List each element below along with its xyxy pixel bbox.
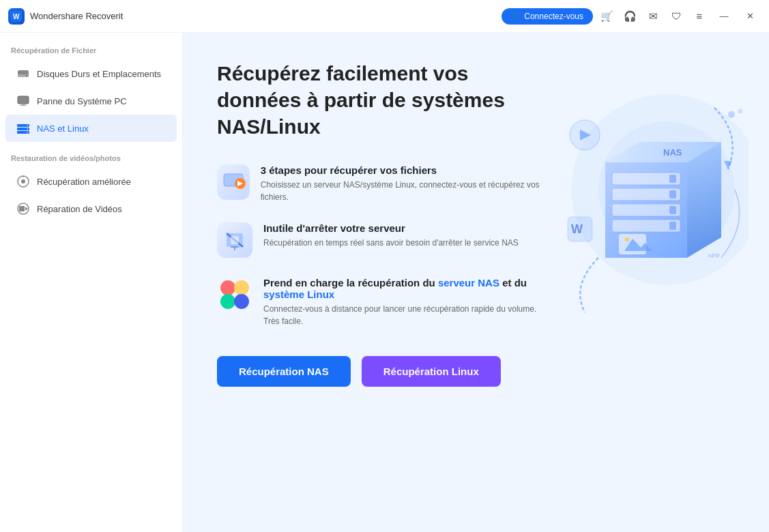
app-logo: W [8,8,25,25]
feature-text-no-stop: Inutile d'arrêter votre serveur Récupéra… [263,222,519,249]
svg-rect-48 [231,236,239,244]
minimize-button[interactable]: — [713,7,735,26]
hard-drive-icon [16,67,30,80]
feature-desc-no-stop: Récupération en temps réel sans avoir be… [263,237,519,249]
svg-rect-7 [21,104,25,105]
svg-point-13 [27,128,28,130]
sidebar: Récupération de Fichier Disques Durs et … [0,33,183,532]
feature-item-support: Prend en charge la récupération du serve… [217,277,545,327]
sidebar-item-reparation-videos[interactable]: Réparation de Vidéos [5,195,177,222]
svg-rect-27 [669,175,676,183]
svg-point-16 [21,179,25,183]
svg-rect-5 [18,96,29,104]
feature-text-support: Prend en charge la récupération du serve… [263,277,545,327]
svg-point-34 [625,237,629,241]
feature-title-support-middle: et du [502,277,527,289]
nas-icon [16,121,30,135]
feature-icon-steps [217,164,250,200]
link-linux-system[interactable]: système Linux [263,289,334,300]
svg-point-12 [27,125,28,126]
user-icon: 👤 [511,12,521,21]
close-button[interactable]: ✕ [739,7,761,26]
svg-text:NAS: NAS [663,147,682,158]
recuperation-linux-button[interactable]: Récupération Linux [362,356,501,387]
headset-icon[interactable]: 🎧 [620,7,639,26]
feature-title-support: Prend en charge la récupération du serve… [263,277,545,300]
pc-icon [16,94,30,108]
svg-point-49 [220,280,235,295]
titlebar-right: 👤 Connectez-vous 🛒 🎧 ✉ 🛡 ≡ — ✕ [502,7,761,26]
svg-rect-8 [20,105,27,106]
sidebar-item-disques-durs[interactable]: Disques Durs et Emplacements [5,60,177,87]
svg-rect-28 [669,190,676,198]
svg-point-39 [728,111,735,118]
menu-icon[interactable]: ≡ [690,7,709,26]
svg-point-14 [27,132,28,133]
sidebar-item-panne-label: Panne du Système PC [37,96,127,106]
feature-title-support-prefix: Prend en charge la récupération du [263,277,438,289]
video-icon [16,202,30,216]
svg-point-40 [738,109,743,114]
svg-point-52 [234,294,249,309]
feature-text-steps: 3 étapes pour récupérer vos fichiers Cho… [261,164,545,203]
sidebar-item-reparation-label: Réparation de Vidéos [37,204,122,214]
svg-text:W: W [571,222,583,236]
sidebar-section1-label: Récupération de Fichier [0,46,182,60]
svg-text:APP: APP [708,252,720,259]
app-title: Wondershare Recoverit [30,11,123,21]
feature-title-no-stop: Inutile d'arrêter votre serveur [263,222,519,234]
svg-point-51 [220,294,235,309]
features-list: 3 étapes pour récupérer vos fichiers Cho… [217,164,545,327]
feature-item-steps: 3 étapes pour récupérer vos fichiers Cho… [217,164,545,203]
feature-desc-steps: Choisissez un serveur NAS/système Linux,… [261,179,545,203]
sidebar-item-disques-label: Disques Durs et Emplacements [37,69,161,79]
svg-rect-29 [669,206,676,214]
feature-title-steps: 3 étapes pour récupérer vos fichiers [261,164,545,176]
feature-icon-no-stop [217,222,252,258]
cart-icon[interactable]: 🛒 [597,7,616,26]
sidebar-section2-label: Restauration de vidéos/photos [0,154,182,168]
sidebar-item-recuperation-amelioree[interactable]: Récupération améliorée [5,168,177,195]
svg-rect-18 [19,206,25,211]
svg-rect-30 [669,222,676,230]
link-nas-server[interactable]: serveur NAS [438,277,499,289]
titlebar: W Wondershare Recoverit 👤 Connectez-vous… [0,0,769,33]
sidebar-item-nas-label: NAS et Linux [37,123,89,134]
main-layout: Récupération de Fichier Disques Durs et … [0,33,769,532]
svg-text:W: W [13,13,20,20]
content-area: NAS W APP Récupérez facilement vos donné… [183,33,769,532]
feature-desc-support: Connectez-vous à distance pour lancer un… [263,303,545,327]
svg-point-4 [26,75,27,76]
sidebar-item-panne-systeme[interactable]: Panne du Système PC [5,87,177,115]
page-header: Récupérez facilement vos données à parti… [217,60,531,140]
sidebar-item-nas-linux[interactable]: NAS et Linux [5,115,177,142]
feature-item-no-stop: Inutile d'arrêter votre serveur Récupéra… [217,222,545,258]
nas-illustration: NAS W APP [530,53,749,326]
recuperation-nas-button[interactable]: Récupération NAS [217,356,351,387]
camera-icon [16,175,30,188]
svg-point-50 [234,280,249,295]
mail-icon[interactable]: ✉ [643,7,663,26]
shield-icon[interactable]: 🛡 [667,7,686,26]
svg-marker-19 [25,207,28,211]
feature-icon-support [217,277,252,312]
connect-button[interactable]: 👤 Connectez-vous [502,8,593,25]
action-buttons: Récupération NAS Récupération Linux [217,356,735,387]
sidebar-item-recuperation-label: Récupération améliorée [37,177,131,187]
titlebar-left: W Wondershare Recoverit [8,8,123,25]
